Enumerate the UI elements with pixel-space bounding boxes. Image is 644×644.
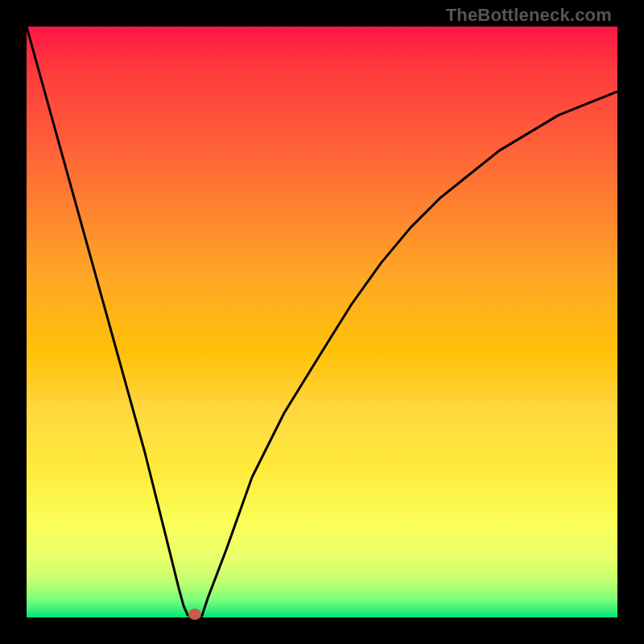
frame-left [0,0,27,644]
curve-layer [27,27,617,617]
optimal-point-marker [188,609,201,620]
bottleneck-curve-path [27,27,617,617]
attribution-text: TheBottleneck.com [446,5,612,26]
frame-bottom [0,617,644,644]
bottleneck-chart: TheBottleneck.com [0,0,644,644]
frame-right [617,0,644,644]
